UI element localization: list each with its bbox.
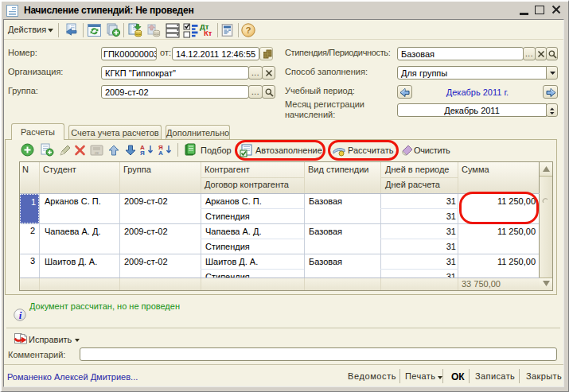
- svg-text:?: ?: [245, 25, 251, 35]
- svg-text:i: i: [19, 309, 22, 321]
- svg-text:ок: ок: [95, 150, 99, 155]
